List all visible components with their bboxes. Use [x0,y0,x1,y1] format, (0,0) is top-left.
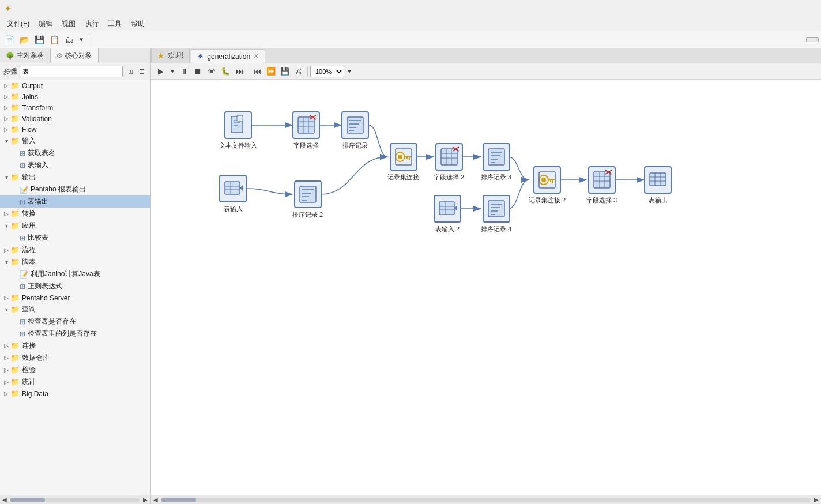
save-canvas-button[interactable]: 💾 [278,65,291,78]
scroll-left-btn[interactable]: ◀ [0,495,9,505]
minimize-button[interactable] [737,0,763,17]
folder-icon-stats: 📁 [10,378,20,386]
node-icon-text-file-input [224,111,252,139]
tree-label-pentaho-server: Pentaho Server [22,294,70,302]
node-table-input-node[interactable]: 表输入 [219,175,247,213]
node-table-input-2[interactable]: 表输入 2 [434,195,461,234]
node-merge-join-2[interactable]: 记录集连接 2 [529,166,566,205]
welcome-star-icon: ★ [157,51,164,60]
tree-item-flow[interactable]: ▷📁Flow [0,124,150,135]
tree-item-validate[interactable]: ▷📁检验 [0,364,150,376]
tree-item-table-input[interactable]: ⊞表输入 [0,159,150,171]
run-button[interactable]: ▶ [155,65,167,78]
folder-icon-flow2: 📁 [10,246,20,254]
connect-button[interactable] [806,37,819,42]
connection-sort-rows-3-merge-join-2 [509,157,529,180]
grid-view-button[interactable]: ⊞ [125,66,135,77]
canvas-scroll-left[interactable]: ◀ [151,495,160,505]
spoon-icon: ✦ [197,52,204,61]
node-field-select-2[interactable]: 字段选择 2 [434,143,464,182]
node-merge-join-1[interactable]: 记录集连接 [387,143,419,182]
welcome-label: 欢迎! [168,51,183,61]
tree-item-table-output[interactable]: ⊞表输出 [0,195,150,208]
open-button[interactable]: 📂 [17,33,31,47]
menu-item-[interactable]: 执行 [80,18,103,30]
new-button[interactable]: 📄 [2,33,16,47]
ff-button[interactable]: ⏩ [265,65,277,78]
node-field-select-1[interactable]: 字段选择 [292,111,320,150]
run-dropdown[interactable]: ▼ [168,65,176,78]
menu-item-[interactable]: 工具 [103,18,126,30]
folder-icon-joins: 📁 [10,92,20,101]
menu-item-[interactable]: 视图 [57,18,80,30]
tree-item-output[interactable]: ▷📁Output [0,80,150,91]
pause-button[interactable]: ⏸ [178,65,190,78]
print-button[interactable]: 🖨 [292,65,305,78]
tree-item-compare-table[interactable]: ⊞比较表 [0,232,150,244]
tree-item-check-col[interactable]: ⊞检查表里的列是否存在 [0,328,150,340]
tree-item-janino[interactable]: 📝利用Janino计算Java表 [0,268,150,280]
folder-icon-warehouse: 📁 [10,353,20,362]
maximize-button[interactable] [763,0,790,17]
preview-button[interactable]: 👁 [205,65,218,78]
steps-label: 步骤 [3,67,17,77]
menu-item-F[interactable]: 文件(F) [2,18,34,30]
node-text-file-input[interactable]: 文本文件输入 [219,111,257,150]
tree-item-transform[interactable]: ▷📁Transform [0,102,150,113]
tree-item-pentaho-report[interactable]: 📝Pentaho 报表输出 [0,183,150,195]
node-sort-rows-1[interactable]: 排序记录 [341,111,369,150]
tab-generalization[interactable]: ✦ generalization ✕ [191,49,265,63]
tree-item-warehouse[interactable]: ▷📁数据仓库 [0,352,150,364]
debug-button[interactable]: 🐛 [219,65,232,78]
node-field-select-3[interactable]: 字段选择 3 [586,166,617,205]
steps-search[interactable] [20,66,123,77]
menu-item-[interactable]: 编辑 [34,18,57,30]
tree-item-query[interactable]: ▾📁查询 [0,303,150,315]
tree-item-input[interactable]: ▾📁输入 [0,135,150,147]
canvas[interactable]: 文本文件输入 字段选择 排序记录 表输入 排序记录 2 记录集连接 [151,80,821,495]
zoom-dropdown-button[interactable]: ▼ [345,65,353,78]
tab-core-objects[interactable]: ⚙ 核心对象 [51,48,99,63]
tree-label-query: 查询 [22,304,36,314]
tree-item-regex[interactable]: ⊞正则表达式 [0,280,150,292]
tree-item-check-table[interactable]: ⊞检查表是否存在 [0,315,150,328]
tree-item-stats[interactable]: ▷📁统计 [0,376,150,388]
save-button[interactable]: 💾 [32,33,46,47]
canvas-scrollbar[interactable]: ◀ ▶ [151,495,821,504]
tree-item-script[interactable]: ▾📁脚本 [0,256,150,268]
canvas-scroll-right[interactable]: ▶ [812,495,821,505]
list-view-button[interactable]: ☰ [137,66,147,77]
tree-item-connect[interactable]: ▷📁连接 [0,340,150,352]
tree-item-bigdata[interactable]: ▷📁Big Data [0,388,150,399]
close-button[interactable] [790,0,816,17]
saveas-button[interactable]: 📋 [47,33,61,47]
tree-item-flow2[interactable]: ▷📁流程 [0,244,150,256]
step-play-button[interactable]: ⏭ [233,65,246,78]
tree-item-apply[interactable]: ▾📁应用 [0,220,150,232]
tree-item-transform2[interactable]: ▷📁转换 [0,208,150,220]
tree-container[interactable]: ▷📁Output▷📁Joins▷📁Transform▷📁Validation▷📁… [0,80,150,495]
tab-bar: ★ 欢迎! ✦ generalization ✕ [151,48,821,63]
node-sort-rows-4[interactable]: 排序记录 4 [481,195,511,234]
scroll-right-btn[interactable]: ▶ [141,495,150,505]
tree-item-output2[interactable]: ▾📁输出 [0,171,150,183]
tree-item-pentaho-server[interactable]: ▷📁Pentaho Server [0,292,150,303]
stop-button[interactable]: ⏹ [191,65,204,78]
layer-button[interactable]: 🗂 [62,33,76,47]
tree-item-get-table-name[interactable]: ⊞获取表名 [0,147,150,159]
zoom-select[interactable]: 100% 75% 50% 150% 200% [310,66,344,77]
tab-main-tree[interactable]: 🌳 主对象树 [0,48,51,63]
node-sort-rows-3[interactable]: 排序记录 3 [481,143,511,182]
node-label-merge-join-1: 记录集连接 [387,173,419,182]
node-sort-rows-2[interactable]: 排序记录 2 [292,180,323,219]
tab-welcome[interactable]: ★ 欢迎! [151,48,190,63]
tree-item-validation[interactable]: ▷📁Validation [0,113,150,124]
left-panel-scrollbar[interactable]: ◀ ▶ [0,495,150,504]
folder-icon-transform2: 📁 [10,209,20,218]
rewind-button[interactable]: ⏮ [251,65,263,78]
layer-dropdown-button[interactable]: ▼ [77,33,85,47]
tree-item-joins[interactable]: ▷📁Joins [0,91,150,102]
tab-close-button[interactable]: ✕ [254,52,259,60]
node-table-output-node[interactable]: 表输出 [644,166,672,205]
menu-item-[interactable]: 帮助 [126,18,149,30]
